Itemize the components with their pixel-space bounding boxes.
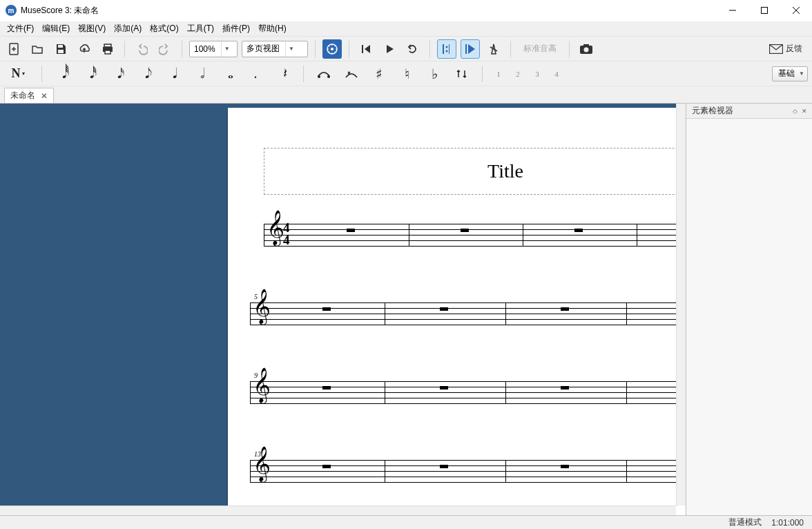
svg-point-8 (331, 48, 334, 50)
staff-system-4[interactable]: 13 𝄞 (250, 460, 686, 482)
whole-rest[interactable] (347, 229, 355, 232)
vertical-scrollbar[interactable] (676, 104, 686, 506)
whole-rest[interactable] (440, 386, 448, 389)
flat-button[interactable]: ♭ (424, 64, 445, 84)
repeat-in-button[interactable] (437, 39, 456, 59)
svg-rect-9 (362, 45, 363, 53)
window-maximize-button[interactable] (748, 0, 780, 21)
screenshot-button[interactable] (577, 39, 596, 59)
treble-clef-icon: 𝄞 (267, 217, 284, 239)
midi-panic-button[interactable] (322, 39, 342, 59)
staff-system-1[interactable]: 𝄞 4 4 (264, 224, 686, 246)
metronome-button[interactable] (484, 39, 503, 59)
menu-format[interactable]: 格式(O) (146, 21, 182, 36)
staff-system-3[interactable]: 9 𝄞 (250, 381, 686, 403)
whole-rest[interactable] (461, 229, 469, 232)
svg-point-19 (318, 75, 320, 78)
menu-bar: 文件(F) 编辑(E) 视图(V) 添加(A) 格式(O) 工具(T) 插件(P… (0, 21, 812, 36)
whole-rest[interactable] (561, 465, 569, 468)
redo-button[interactable] (155, 39, 175, 59)
concert-pitch-label: 标准音高 (523, 43, 557, 55)
svg-rect-3 (58, 50, 64, 53)
menu-view[interactable]: 视图(V) (74, 21, 110, 36)
close-tab-icon[interactable]: ✕ (41, 91, 48, 101)
score-title[interactable]: Title (487, 160, 523, 182)
flip-button[interactable] (452, 64, 472, 84)
duration-8th-button[interactable]: 𝅘𝅥𝅮 (135, 64, 155, 84)
whole-rest[interactable] (322, 386, 331, 389)
tie-button[interactable] (313, 64, 334, 84)
print-button[interactable] (98, 39, 117, 59)
duration-32nd-button[interactable]: 𝅘𝅥𝅰 (79, 64, 100, 84)
view-mode-combo[interactable]: 多页视图 ▼ (242, 41, 308, 57)
duration-64th-button[interactable]: 𝅘𝅥𝅱 (52, 64, 72, 84)
workspace-selector[interactable]: 基础 ▼ (772, 66, 808, 81)
cloud-save-button[interactable] (75, 39, 94, 59)
treble-clef-icon: 𝄞 (253, 374, 271, 396)
menu-edit[interactable]: 编辑(E) (38, 21, 74, 36)
document-tab-row: 未命名 ✕ (0, 86, 812, 104)
undo-button[interactable] (132, 39, 151, 59)
rewind-button[interactable] (356, 39, 376, 59)
concert-pitch-button[interactable]: 标准音高 (518, 39, 562, 59)
svg-point-16 (584, 47, 589, 52)
horizontal-scrollbar[interactable] (0, 506, 676, 515)
menu-plugins[interactable]: 插件(P) (218, 21, 254, 36)
menu-add[interactable]: 添加(A) (110, 21, 146, 36)
rest-button[interactable]: 𝄽 (273, 64, 293, 84)
whole-rest[interactable] (561, 386, 569, 389)
whole-rest[interactable] (322, 307, 331, 311)
whole-rest[interactable] (574, 229, 583, 232)
voice-1-button[interactable]: 1 (492, 64, 505, 84)
panel-undock-icon[interactable]: ◇ (790, 106, 800, 116)
inspector-title: 元素检视器 (692, 105, 790, 117)
save-button[interactable] (51, 39, 70, 59)
svg-point-12 (446, 50, 448, 52)
note-input-toolbar: N▾ 𝅘𝅥𝅱 𝅘𝅥𝅰 𝅘𝅥𝅯 𝅘𝅥𝅮 𝅘𝅥 𝅗𝅥 𝅝 . 𝄽 ♯ ♮ ♭ 1 2… (0, 61, 812, 86)
natural-button[interactable]: ♮ (396, 64, 417, 84)
whole-rest[interactable] (322, 465, 331, 468)
duration-quarter-button[interactable]: 𝅘𝅥 (162, 64, 183, 84)
time-signature[interactable]: 4 4 (283, 222, 290, 247)
panel-close-icon[interactable]: ✕ (800, 106, 809, 116)
window-close-button[interactable] (780, 0, 812, 21)
duration-dot-button[interactable]: . (245, 64, 266, 84)
duration-half-button[interactable]: 𝅗𝅥 (190, 64, 211, 84)
score-canvas[interactable]: Title 𝄞 4 4 (0, 104, 676, 506)
whole-rest[interactable] (561, 307, 569, 311)
sharp-button[interactable]: ♯ (369, 64, 389, 84)
zoom-combo[interactable]: 100% ▼ (189, 41, 238, 57)
svg-point-11 (446, 46, 448, 48)
loop-button[interactable] (403, 39, 423, 59)
voice-4-button[interactable]: 4 (550, 64, 563, 84)
voice-3-button[interactable]: 3 (531, 64, 543, 84)
new-score-button[interactable] (4, 39, 23, 59)
svg-rect-10 (443, 44, 444, 54)
voice-2-button[interactable]: 2 (512, 64, 524, 84)
duration-16th-button[interactable]: 𝅘𝅥𝅯 (107, 64, 128, 84)
chevron-down-icon: ▼ (285, 41, 294, 57)
whole-rest[interactable] (440, 307, 448, 311)
svg-rect-14 (465, 44, 467, 54)
status-bar: 普通模式 1:01:000 (0, 515, 812, 529)
window-minimize-button[interactable] (717, 0, 748, 21)
menu-tools[interactable]: 工具(T) (183, 21, 218, 36)
note-input-mode-button[interactable]: N▾ (4, 64, 32, 84)
menu-file[interactable]: 文件(F) (3, 21, 38, 36)
pan-playback-button[interactable] (461, 39, 480, 59)
play-button[interactable] (380, 39, 399, 59)
staff-system-2[interactable]: 5 𝄞 (250, 302, 686, 325)
menu-help[interactable]: 帮助(H) (254, 21, 291, 36)
feedback-button[interactable]: 反馈 (764, 39, 808, 59)
document-tab[interactable]: 未命名 ✕ (4, 88, 54, 103)
inspector-body (686, 119, 812, 515)
open-button[interactable] (28, 39, 47, 59)
slur-button[interactable] (341, 64, 362, 84)
score-title-frame[interactable]: Title (264, 148, 686, 195)
chevron-down-icon: ▼ (799, 70, 804, 77)
workspace-selector-label: 基础 (778, 68, 795, 79)
whole-rest[interactable] (440, 465, 448, 468)
score-page[interactable]: Title 𝄞 4 4 (228, 108, 686, 515)
inspector-header[interactable]: 元素检视器 ◇ ✕ (686, 104, 812, 119)
duration-whole-button[interactable]: 𝅝 (218, 64, 238, 84)
